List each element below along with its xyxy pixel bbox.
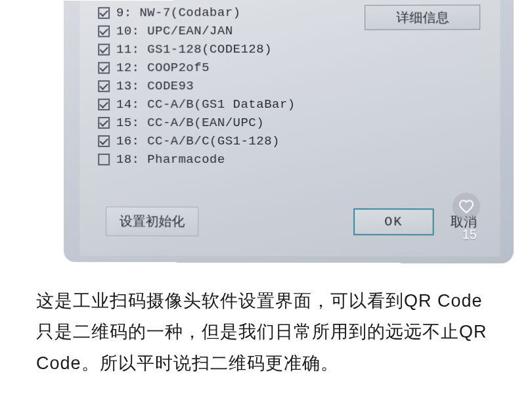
- checkbox[interactable]: [98, 44, 110, 56]
- checkbox-label: 15: CC-A/B(EAN/UPC): [116, 116, 264, 130]
- checkbox-label: 18: Pharmacode: [116, 152, 225, 167]
- ok-button[interactable]: OK: [353, 208, 434, 235]
- barcode-type-list: 9: NW-7(Codabar)10: UPC/EAN/JAN11: GS1-1…: [98, 5, 295, 167]
- checkbox[interactable]: [98, 117, 110, 129]
- checkbox[interactable]: [98, 135, 110, 147]
- checkbox-row[interactable]: 11: GS1-128(CODE128): [98, 42, 295, 57]
- dialog-panel: 9: NW-7(Codabar)10: UPC/EAN/JAN11: GS1-1…: [80, 0, 500, 257]
- checkbox-row[interactable]: 15: CC-A/B(EAN/UPC): [98, 116, 295, 130]
- checkbox-row[interactable]: 9: NW-7(Codabar): [98, 5, 295, 20]
- checkbox[interactable]: [98, 154, 110, 166]
- dialog-footer: 设置初始化 OK 取消: [106, 207, 477, 237]
- checkbox-row[interactable]: 10: UPC/EAN/JAN: [98, 24, 295, 39]
- checkbox-label: 13: CODE93: [116, 79, 194, 93]
- details-button[interactable]: 详细信息: [365, 5, 480, 30]
- dialog-screenshot: 9: NW-7(Codabar)10: UPC/EAN/JAN11: GS1-1…: [64, 0, 514, 263]
- checkbox-label: 9: NW-7(Codabar): [116, 5, 240, 20]
- caption-text: 这是工业扫码摄像头软件设置界面，可以看到QR Code只是二维码的一种，但是我们…: [0, 263, 532, 392]
- checkbox-row[interactable]: 13: CODE93: [98, 79, 295, 93]
- checkbox[interactable]: [98, 7, 110, 19]
- checkbox-row[interactable]: 18: Pharmacode: [98, 152, 295, 167]
- checkbox-label: 11: GS1-128(CODE128): [116, 42, 272, 56]
- like-button[interactable]: [453, 192, 480, 220]
- heart-icon: [458, 198, 474, 214]
- reset-button[interactable]: 设置初始化: [106, 207, 198, 236]
- checkbox-label: 14: CC-A/B(GS1 DataBar): [116, 97, 296, 112]
- checkbox-row[interactable]: 16: CC-A/B/C(GS1-128): [98, 134, 295, 148]
- checkbox-label: 16: CC-A/B/C(GS1-128): [116, 134, 280, 148]
- checkbox-label: 10: UPC/EAN/JAN: [116, 24, 233, 38]
- checkbox[interactable]: [98, 26, 110, 37]
- checkbox[interactable]: [98, 99, 110, 110]
- checkbox-row[interactable]: 12: COOP2of5: [98, 60, 295, 75]
- checkbox-row[interactable]: 14: CC-A/B(GS1 DataBar): [98, 97, 295, 112]
- checkbox[interactable]: [98, 80, 110, 92]
- like-count: 15: [462, 227, 477, 242]
- checkbox[interactable]: [98, 62, 110, 74]
- checkbox-label: 12: COOP2of5: [116, 60, 210, 75]
